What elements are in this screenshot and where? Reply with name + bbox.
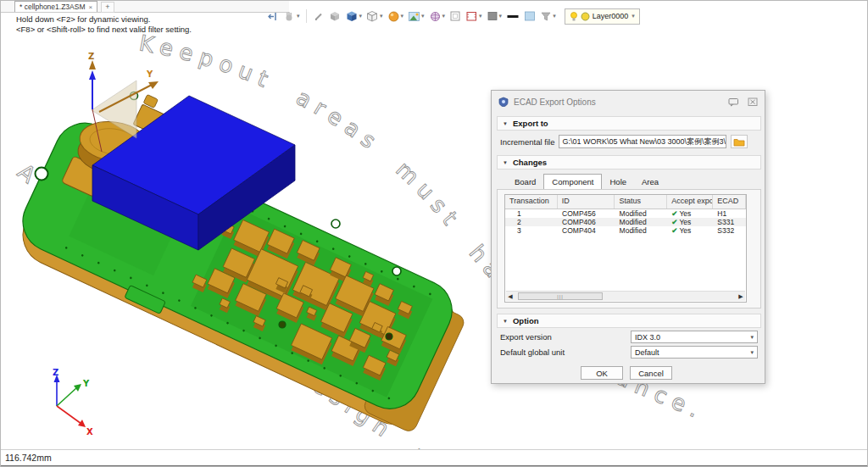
document-tab-title: * cellphone1.Z3ASM [19, 3, 86, 11]
toolbar-separator [306, 9, 307, 23]
tab-close-icon[interactable]: × [89, 3, 93, 11]
chevron-down-icon[interactable]: ▾ [380, 13, 383, 19]
new-tab-button[interactable]: + [101, 2, 114, 13]
triad-x-label: X [86, 427, 93, 436]
browse-folder-button[interactable] [731, 135, 748, 148]
cell: S332 [713, 226, 746, 235]
shaded-cube-icon[interactable]: ▾ [345, 8, 364, 24]
datum-z-label: Z [88, 52, 94, 61]
pcb-assembly[interactable] [8, 92, 474, 436]
chevron-down-icon: ▾ [632, 13, 635, 19]
export-version-select[interactable]: IDX 3.0 ▾ [631, 331, 758, 343]
changes-tabs: BoardComponentHoleArea [507, 173, 666, 190]
world-triad: Z Y X [53, 368, 93, 436]
line-width-icon[interactable] [505, 8, 520, 24]
changes-table-header[interactable]: TransactionIDStatusAccept exportECAD [505, 195, 746, 209]
table-row[interactable]: 1COMP456Modified✔YesH1 [505, 209, 746, 218]
scrollbar-thumb[interactable]: ||| [518, 292, 603, 300]
document-tab[interactable]: * cellphone1.Z3ASM × [14, 1, 97, 12]
default-unit-label: Default global unit [500, 347, 565, 357]
datum-y-label: Y [146, 69, 153, 79]
column-header[interactable]: Status [615, 195, 667, 208]
cell: Modified [615, 218, 668, 226]
cell-accept-export: ✔Yes [667, 209, 713, 218]
dialog-title: ECAD Export Options [514, 97, 596, 107]
chevron-down-icon[interactable]: ▾ [401, 13, 404, 19]
incremental-file-label: Incremental file [500, 137, 554, 147]
dialog-title-bar[interactable]: ECAD Export Options [492, 91, 765, 113]
chevron-down-icon[interactable]: ▾ [421, 13, 425, 19]
color-swatch-icon[interactable] [523, 8, 537, 24]
section-option[interactable]: ▼ Option [497, 314, 761, 328]
section-option-label: Option [513, 316, 539, 325]
export-version-value: IDX 3.0 [635, 333, 660, 342]
incremental-file-input[interactable]: G:\01 WORK\05 What New\03 3000\案例\案例3\ch… [559, 135, 726, 148]
collapse-triangle-icon[interactable]: ▼ [503, 160, 508, 165]
filter-icon[interactable]: ▾ [539, 8, 557, 24]
zoom-window-icon[interactable] [448, 8, 462, 24]
tab-component[interactable]: Component [543, 174, 602, 190]
chevron-down-icon[interactable]: ▾ [297, 13, 300, 19]
folder-icon [733, 137, 745, 147]
collapse-triangle-icon[interactable]: ▼ [503, 121, 508, 126]
export-version-label: Export version [500, 332, 552, 342]
measurement-readout: 116.742mm [5, 453, 52, 463]
close-icon[interactable] [748, 97, 758, 107]
cell: COMP456 [558, 209, 615, 218]
cell-transaction: 2 [505, 218, 558, 226]
tab-area[interactable]: Area [634, 175, 666, 190]
globe-icon[interactable]: ▾ [428, 8, 447, 24]
chevron-down-icon: ▾ [750, 334, 754, 341]
status-bar: 116.742mm [1, 449, 868, 465]
section-export-to[interactable]: ▼ Export to [497, 116, 761, 131]
column-header[interactable]: ECAD [713, 195, 746, 208]
table-row[interactable]: 2COMP406Modified✔YesS331 [505, 218, 746, 226]
check-icon: ✔ [671, 218, 677, 226]
chevron-down-icon[interactable]: ▾ [553, 13, 556, 19]
check-icon: ✔ [671, 209, 677, 218]
tab-hole[interactable]: Hole [602, 175, 634, 190]
view-toolbar: ▾ ▾ ▾ ▾ ▾ ▾ ▾ ▾ ▾ Layer0000 ▾ [265, 7, 640, 25]
column-header[interactable]: ID [558, 195, 615, 208]
chevron-down-icon[interactable]: ▾ [499, 13, 503, 19]
cell-transaction: 3 [505, 226, 558, 235]
comment-icon[interactable] [728, 97, 739, 107]
exit-icon[interactable] [265, 8, 280, 24]
changes-table-body[interactable]: 1COMP456Modified✔YesH12COMP406Modified✔Y… [505, 209, 746, 235]
collapse-triangle-icon[interactable]: ▼ [503, 319, 508, 324]
ok-button[interactable]: OK [581, 366, 623, 380]
cell: Modified [615, 226, 668, 235]
column-header[interactable]: Transaction [505, 195, 558, 208]
hint-line-1: Hold down <F2> for dynamic viewing. [16, 14, 192, 25]
chevron-down-icon[interactable]: ▾ [359, 13, 363, 19]
chevron-down-icon[interactable]: ▾ [442, 13, 446, 19]
triad-y-label: Y [82, 379, 90, 388]
horizontal-scrollbar[interactable]: ◀ ||| ▶ [506, 291, 745, 301]
section-changes[interactable]: ▼ Changes [497, 155, 761, 170]
chevron-down-icon: ▾ [750, 349, 754, 356]
changes-table[interactable]: TransactionIDStatusAccept exportECAD 1CO… [504, 194, 747, 303]
cell: Modified [615, 209, 668, 218]
scroll-right-icon[interactable]: ▶ [737, 293, 745, 300]
column-header[interactable]: Accept export [667, 195, 713, 208]
chevron-down-icon[interactable]: ▾ [479, 13, 482, 19]
cell-accept-export: ✔Yes [667, 226, 713, 235]
default-unit-select[interactable]: Default ▾ [631, 346, 758, 359]
wireframe-cube-icon[interactable]: ▾ [365, 8, 384, 24]
cell-accept-export: ✔Yes [667, 218, 713, 226]
cell-transaction: 1 [505, 209, 558, 218]
section-plane-icon[interactable]: ▾ [486, 8, 504, 24]
background-image-icon[interactable]: ▾ [407, 8, 426, 24]
tab-board[interactable]: Board [507, 175, 543, 190]
triad-z-label: Z [53, 368, 58, 377]
render-sphere-icon[interactable]: ▾ [387, 8, 405, 24]
pencil-icon[interactable] [312, 8, 326, 24]
layer-selector[interactable]: Layer0000 ▾ [565, 8, 640, 25]
cancel-button[interactable]: Cancel [630, 366, 672, 380]
bounds-icon[interactable]: ▾ [465, 8, 483, 24]
table-row[interactable]: 3COMP404Modified✔YesS332 [505, 226, 746, 235]
scroll-left-icon[interactable]: ◀ [506, 293, 515, 300]
box-icon[interactable] [328, 8, 342, 24]
pan-hand-icon[interactable]: ▾ [282, 8, 301, 24]
default-unit-value: Default [635, 348, 659, 357]
